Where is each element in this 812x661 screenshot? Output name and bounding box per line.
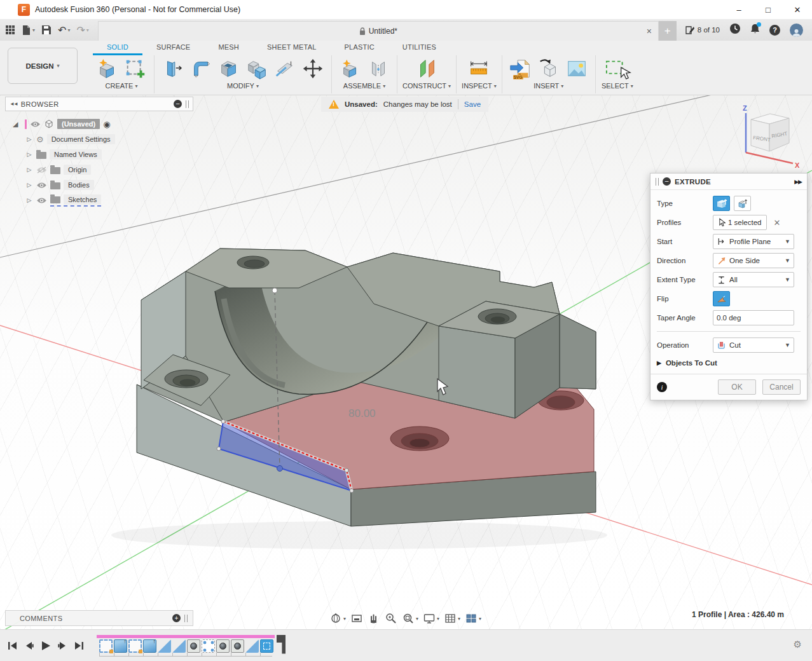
- grid-settings-icon[interactable]: ▾: [444, 612, 460, 625]
- press-pull-icon[interactable]: [160, 56, 186, 81]
- cancel-button[interactable]: Cancel: [762, 379, 801, 395]
- app-grid-icon[interactable]: [5, 25, 15, 35]
- offset-face-icon[interactable]: [272, 56, 298, 81]
- panel-drag-handle[interactable]: [186, 100, 189, 108]
- timeline-feature-icon[interactable]: [172, 639, 186, 653]
- tab-plastic[interactable]: PLASTIC: [331, 43, 389, 55]
- timeline-feature-icon[interactable]: [231, 639, 244, 653]
- go-to-end-icon[interactable]: [72, 639, 85, 652]
- browser-item-bodies[interactable]: ▷ Bodies: [25, 177, 193, 193]
- eye-visible-icon[interactable]: [36, 182, 47, 189]
- timeline-feature-icon[interactable]: [260, 639, 273, 653]
- comments-panel[interactable]: COMMENTS: [5, 610, 193, 626]
- dialog-drag-handle[interactable]: [656, 178, 659, 186]
- zoom-icon[interactable]: [385, 612, 397, 625]
- redo-icon[interactable]: ↷▾: [76, 24, 88, 36]
- display-settings-icon[interactable]: ▾: [423, 612, 439, 625]
- user-avatar[interactable]: [790, 24, 803, 37]
- eye-visible-icon[interactable]: [36, 197, 47, 204]
- go-to-start-icon[interactable]: [6, 639, 19, 652]
- joint-icon[interactable]: [365, 56, 392, 81]
- tab-utilities[interactable]: UTILITIES: [389, 43, 450, 55]
- combine-icon[interactable]: [244, 56, 270, 81]
- panel-drag-handle[interactable]: [184, 615, 188, 622]
- type-thin-extrude-button[interactable]: [734, 196, 751, 211]
- 3d-viewport[interactable]: 80.00 ◄◄ BROWSER ◢ (Unsaved) ◉: [0, 95, 812, 629]
- help-icon[interactable]: [769, 25, 780, 36]
- model-body[interactable]: [111, 249, 607, 549]
- measure-icon[interactable]: [465, 56, 492, 81]
- move-icon[interactable]: [299, 56, 326, 81]
- history-clock-icon[interactable]: [729, 23, 741, 37]
- item-label[interactable]: Bodies: [64, 180, 94, 190]
- hide-panel-icon[interactable]: [174, 100, 182, 108]
- tab-solid[interactable]: SOLID: [93, 43, 142, 55]
- timeline-feature-icon[interactable]: [158, 639, 171, 653]
- extent-dropdown[interactable]: All ▼: [713, 272, 794, 287]
- workspace-selector[interactable]: DESIGN▾: [8, 48, 78, 84]
- timeline-feature-icon[interactable]: [202, 639, 215, 653]
- undo-icon[interactable]: ↶▾: [58, 24, 70, 36]
- item-label[interactable]: Document Settings: [47, 134, 115, 144]
- viewports-icon[interactable]: ▾: [465, 612, 481, 625]
- root-component-label[interactable]: (Unsaved): [57, 119, 100, 129]
- create-sketch-icon[interactable]: [122, 56, 149, 81]
- group-select-label[interactable]: SELECT: [602, 82, 633, 90]
- timeline-feature-icon[interactable]: [187, 639, 200, 653]
- browser-root-row[interactable]: ◢ (Unsaved) ◉: [5, 116, 193, 132]
- notifications-bell-icon[interactable]: [750, 24, 760, 37]
- browser-item-origin[interactable]: ▷ Origin: [25, 162, 193, 177]
- expand-triangle-icon[interactable]: ▷: [25, 136, 33, 142]
- tab-surface[interactable]: SURFACE: [142, 43, 204, 55]
- profiles-selection-button[interactable]: 1 selected: [713, 215, 767, 230]
- group-modify-label[interactable]: MODIFY: [227, 82, 259, 90]
- step-back-icon[interactable]: [23, 639, 36, 652]
- settings-gear-icon[interactable]: ⚙: [794, 639, 802, 650]
- expand-triangle-icon[interactable]: ▷: [25, 167, 33, 173]
- objects-to-cut-expander[interactable]: ▶ Objects To Cut: [657, 355, 801, 372]
- clear-selection-icon[interactable]: ✕: [773, 218, 780, 228]
- timeline-feature-icon[interactable]: [143, 639, 156, 653]
- save-icon[interactable]: [41, 25, 52, 35]
- add-comment-icon[interactable]: [172, 614, 181, 622]
- orbit-icon[interactable]: ▾: [329, 612, 346, 625]
- timeline-feature-icon[interactable]: [114, 639, 127, 653]
- item-label[interactable]: Named Views: [50, 149, 102, 160]
- document-tab[interactable]: Untitled* ×: [98, 21, 659, 41]
- insert-mesh-icon[interactable]: [535, 56, 562, 81]
- timeline-feature-icon[interactable]: [128, 639, 142, 653]
- browser-item-named-views[interactable]: ▷ Named Views: [25, 147, 193, 162]
- eye-hidden-icon[interactable]: [36, 167, 47, 174]
- new-body-icon[interactable]: [94, 56, 121, 81]
- insert-svg-icon[interactable]: SVG: [507, 56, 534, 81]
- play-icon[interactable]: [39, 639, 52, 652]
- ok-button[interactable]: OK: [718, 379, 756, 395]
- group-create-label[interactable]: CREATE: [106, 82, 138, 90]
- new-component-icon[interactable]: [337, 56, 364, 81]
- version-indicator[interactable]: 8 of 10: [685, 25, 720, 35]
- canvas-icon[interactable]: [563, 56, 590, 81]
- dialog-dock-icon[interactable]: ▶▶: [794, 179, 802, 185]
- timeline-position-marker[interactable]: [277, 635, 286, 654]
- collapse-panel-icon[interactable]: ◄◄: [10, 101, 17, 107]
- file-menu-icon[interactable]: ▾: [22, 25, 35, 36]
- fillet-icon[interactable]: [188, 56, 214, 81]
- fit-to-window-icon[interactable]: ▾: [402, 612, 418, 625]
- item-label[interactable]: Origin: [64, 165, 91, 175]
- minimize-button[interactable]: –: [724, 0, 754, 19]
- start-dropdown[interactable]: Profile Plane ▼: [713, 234, 794, 249]
- group-assemble-label[interactable]: ASSEMBLE: [343, 82, 385, 90]
- browser-item-document-settings[interactable]: ▷ ⚙ Document Settings: [25, 132, 193, 147]
- info-icon[interactable]: [657, 382, 667, 392]
- group-construct-label[interactable]: CONSTRUCT: [403, 82, 451, 90]
- tab-sheet-metal[interactable]: SHEET METAL: [253, 43, 331, 55]
- item-label[interactable]: Sketches: [64, 194, 101, 205]
- save-link[interactable]: Save: [464, 100, 481, 108]
- tab-mesh[interactable]: MESH: [204, 43, 253, 55]
- operation-dropdown[interactable]: Cut ▼: [713, 337, 794, 353]
- timeline-feature-icon[interactable]: [245, 639, 259, 653]
- eye-visible-icon[interactable]: [30, 121, 41, 128]
- timeline-feature-icon[interactable]: [99, 639, 113, 653]
- group-insert-label[interactable]: INSERT: [533, 82, 563, 90]
- flip-button[interactable]: [713, 291, 730, 306]
